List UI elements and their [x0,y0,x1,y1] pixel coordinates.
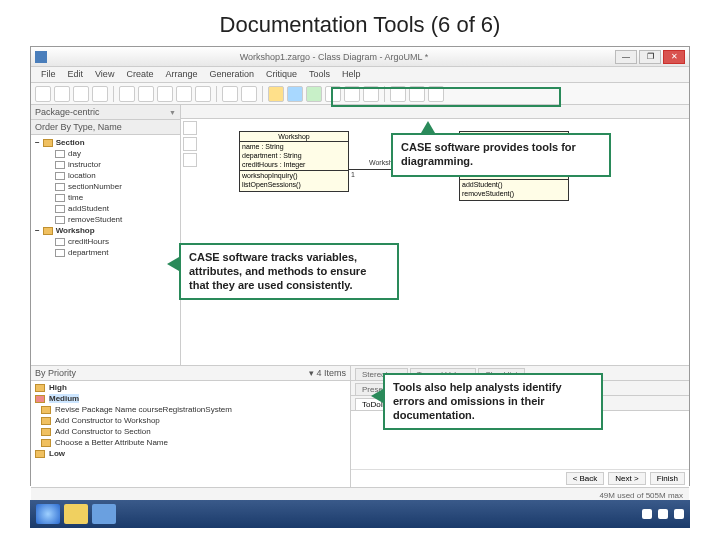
toolbar-button[interactable] [222,86,238,102]
todo-count: ▾ 4 Items [309,368,346,378]
arrow-icon [421,121,435,133]
memory-status: 49M used of 505M max [599,491,683,500]
todo-item[interactable]: Add Constructor to Section [33,426,348,437]
taskbar[interactable] [30,500,690,528]
tree-label: Section [56,138,85,147]
attr-icon [55,161,65,169]
maximize-button[interactable]: ❐ [639,50,661,64]
toolbar-button[interactable] [176,86,192,102]
menubar: File Edit View Create Arrange Generation… [31,67,689,83]
toolbar-button[interactable] [119,86,135,102]
todo-label: Add Constructor to Workshop [55,416,160,425]
tree-node-section[interactable]: −Section [33,137,178,148]
tree-item[interactable]: time [33,192,178,203]
toolbar-button[interactable] [54,86,70,102]
chevron-down-icon: ▼ [169,109,176,116]
uml-class-workshop[interactable]: Workshop name : String department : Stri… [239,131,349,192]
ie-icon[interactable] [36,504,60,524]
titlebar[interactable]: Workshop1.zargo - Class Diagram - ArgoUM… [31,47,689,67]
uml-attr: department : String [242,152,346,161]
order-selector[interactable]: Order By Type, Name [31,120,180,135]
toolbar-button[interactable] [73,86,89,102]
app-task-icon[interactable] [92,504,116,524]
todo-priority-high[interactable]: High [33,382,348,393]
tree-item[interactable]: sectionNumber [33,181,178,192]
class-icon [43,227,53,235]
back-button[interactable]: < Back [566,472,605,485]
toolbar-button[interactable] [287,86,303,102]
tree-item[interactable]: creditHours [33,236,178,247]
select-tool[interactable] [183,121,197,135]
attr-icon [55,249,65,257]
toolbar-button[interactable] [306,86,322,102]
menu-tools[interactable]: Tools [303,67,336,82]
tray-icon[interactable] [642,509,652,519]
finish-button[interactable]: Finish [650,472,685,485]
menu-critique[interactable]: Critique [260,67,303,82]
folder-icon [35,384,45,392]
item-icon [41,406,51,414]
uml-attr: name : String [242,143,346,152]
uml-attrs: name : String department : String credit… [240,142,348,171]
tree-item[interactable]: department [33,247,178,258]
todo-item[interactable]: Add Constructor to Workshop [33,415,348,426]
todo-item[interactable]: Revise Package Name courseRegistrationSy… [33,404,348,415]
tree-item[interactable]: day [33,148,178,159]
toolbar-separator [113,86,114,102]
minimize-button[interactable]: — [615,50,637,64]
uml-class-name: Workshop [240,132,348,142]
navigator-pane: Package-centric▼ Order By Type, Name −Se… [31,105,181,365]
toolbar-button[interactable] [195,86,211,102]
callout-errors: Tools also help analysts identify errors… [383,373,603,430]
assoc-mult-left: 1 [351,171,355,178]
todo-order[interactable]: By Priority [35,368,76,378]
menu-file[interactable]: File [35,67,62,82]
toolbar-button[interactable] [92,86,108,102]
tree-item[interactable]: removeStudent [33,214,178,225]
tree-node-workshop[interactable]: −Workshop [33,225,178,236]
tree-item[interactable]: location [33,170,178,181]
tree-label: instructor [68,160,101,169]
explorer-icon[interactable] [64,504,88,524]
tree-item[interactable]: instructor [33,159,178,170]
tree-item[interactable]: addStudent [33,203,178,214]
menu-generation[interactable]: Generation [203,67,260,82]
menu-edit[interactable]: Edit [62,67,90,82]
tool-button[interactable] [183,137,197,151]
model-tree[interactable]: −Section day instructor location section… [31,135,180,365]
next-button[interactable]: Next > [608,472,645,485]
tree-label: removeStudent [68,215,122,224]
tray-icon[interactable] [658,509,668,519]
tree-label: addStudent [68,204,109,213]
toolbar-button[interactable] [138,86,154,102]
todo-priority-low[interactable]: Low [33,448,348,459]
tray-icon[interactable] [674,509,684,519]
menu-view[interactable]: View [89,67,120,82]
toolbar-button[interactable] [268,86,284,102]
todo-list[interactable]: High Medium Revise Package Name courseRe… [31,381,350,487]
perspective-selector[interactable]: Package-centric▼ [31,105,180,120]
todo-label: Low [49,449,65,458]
uml-op: listOpenSessions() [242,181,346,190]
todo-item[interactable]: Choose a Better Attribute Name [33,437,348,448]
close-button[interactable]: ✕ [663,50,685,64]
menu-create[interactable]: Create [120,67,159,82]
toolbar-button[interactable] [157,86,173,102]
tool-button[interactable] [183,153,197,167]
folder-icon [35,395,45,403]
highlight-toolbar [331,87,561,107]
tree-label: department [68,248,108,257]
tree-label: day [68,149,81,158]
op-icon [55,216,65,224]
menu-help[interactable]: Help [336,67,367,82]
attr-icon [55,172,65,180]
todo-priority-medium[interactable]: Medium [33,393,348,404]
canvas-toolbar [183,121,197,167]
callout-consistency: CASE software tracks variables, attribut… [179,243,399,300]
class-icon [43,139,53,147]
tree-label: time [68,193,83,202]
toolbar-button[interactable] [35,86,51,102]
toolbar-button[interactable] [241,86,257,102]
toolbar-separator [262,86,263,102]
menu-arrange[interactable]: Arrange [159,67,203,82]
